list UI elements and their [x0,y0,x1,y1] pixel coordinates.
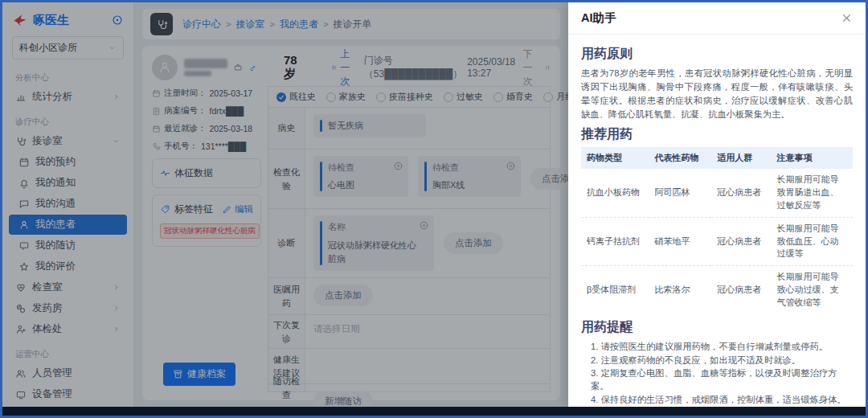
gender-male-icon: ♂ [248,62,256,74]
calendar-icon [152,125,161,133]
vitals-card[interactable]: 体征数据 [152,158,261,188]
avatar [152,55,178,80]
breadcrumb-link[interactable]: 接诊室 [235,18,264,31]
section-clinic: 诊疗中心 [15,117,121,128]
tab-allergy-history[interactable]: 过敏史 [444,91,483,103]
tab-past-history[interactable]: 既往史 [276,91,316,103]
chat-square-icon [18,240,30,252]
clinic-select[interactable]: 科创小区诊所 [12,36,124,59]
bell-icon [18,178,30,189]
check-icon [278,94,285,100]
window-frame: 啄医生 科创小区诊所 分析中心 统计分析 诊疗中心 接诊室 [0,0,868,418]
table-row: 钙离子拮抗剂 硝苯地平 冠心病患者 长期服用可能导致低血压、心动过缓等 [581,217,853,266]
sidebar: 啄医生 科创小区诊所 分析中心 统计分析 诊疗中心 接诊室 [2,2,134,407]
list-item: 3. 定期复查心电图、血脂、血糖等指标，以便及时调整治疗方案。 [591,367,853,393]
last-visit-date: 最近就诊：2025-03-18 [152,123,261,134]
recommended-drugs-heading: 推荐用药 [581,126,853,143]
breadcrumb-link[interactable]: 我的患者 [280,18,318,31]
sidebar-item-my-patients[interactable]: 我的患者 [9,215,127,235]
health-archive-button[interactable]: 健康档案 [163,363,235,386]
sidebar-item-appointments[interactable]: 我的预约 [9,152,127,172]
tab-vaccination-history[interactable]: 疫苗接种史 [376,91,433,103]
document-icon [152,107,161,116]
sidebar-item-physical-exam[interactable]: 体检处 [9,319,127,339]
visit-navigator: 上一次 门诊号（53██████████） 2025/03/18 13:27 下… [331,47,551,88]
recommended-drugs-table: 药物类型 代表性药物 适用人群 注意事项 抗血小板药物 阿司匹林 冠心病患者 长… [581,147,853,314]
ai-panel-title: AI助手 [581,10,616,26]
bird-logo-icon [12,12,28,28]
visit-time: 2025/03/18 13:27 [467,56,518,79]
sidebar-item-communication[interactable]: 我的沟通 [9,194,127,214]
sidebar-item-stats[interactable]: 统计分析 [9,87,127,107]
exam-card-xray: 待检查 胸部X线 [418,156,521,197]
diagnosis-card: 名称 冠状动脉粥样硬化性心脏病 [313,215,434,271]
person-icon [158,60,172,75]
body-check-icon [15,324,27,335]
breadcrumb: 诊疗中心 > 接诊室 > 我的患者 > 接诊开单 [182,18,371,31]
remove-icon[interactable] [393,161,403,171]
person-icon [18,219,30,231]
reception-shortcut-button[interactable] [150,13,173,35]
users-icon [15,368,27,379]
table-row: 抗血小板药物 阿司匹林 冠心病患者 长期服用可能导致胃肠道出血、过敏反应等 [581,169,853,217]
device-icon [15,389,27,400]
list-item: 2. 注意观察药物的不良反应，如出现不适及时就诊。 [591,354,853,367]
sidebar-item-followup[interactable]: 我的随访 [9,236,127,256]
breadcrumb-bar: 诊疗中心 > 接诊室 > 我的患者 > 接诊开单 [142,9,560,39]
tab-family-history[interactable]: 家族史 [326,91,366,103]
medication-reminder-list: 1. 请按照医生的建议服用药物，不要自行增减剂量或停药。 2. 注意观察药物的不… [581,340,853,406]
sidebar-item-reviews[interactable]: 我的评价 [9,256,127,277]
close-icon[interactable] [841,12,853,24]
chevron-right-icon [112,304,121,313]
ai-assistant-panel: AI助手 用药原则 患者为78岁的老年男性，患有冠状动脉粥样硬化性心脏病，无明显… [568,2,866,407]
sidebar-item-notifications[interactable]: 我的通知 [9,173,127,193]
arrow-bar-right-icon [544,63,551,72]
tag-icon [160,204,170,215]
arrow-bar-left-icon [331,63,338,72]
briefcase-icon [234,62,242,73]
sidebar-item-device-mgmt[interactable]: 设备管理 [9,384,127,404]
add-diagnosis-button[interactable]: 点击添加 [444,232,503,254]
row-diagnosis: 诊断 名称 冠状动脉粥样硬化性心脏病 [268,209,550,278]
pencil-icon [222,204,232,215]
phone-number: 手机号：131****███ [152,141,261,152]
new-followup-button[interactable]: 新增随访 [313,391,373,407]
lifestyle-advice-input[interactable] [305,349,550,383]
chevron-right-icon [112,283,121,292]
history-card: 暂无疾病 [313,114,426,137]
tab-marital-history[interactable]: 婚育史 [493,91,533,103]
diagnosis-tag: 冠状动脉粥样硬化性心脏病 [160,223,260,239]
visit-number: 门诊号（53██████████） [364,54,462,81]
chart-icon [15,92,27,103]
window-bottom-bar [2,407,866,416]
chat-icon [18,199,30,210]
ai-panel-body: 用药原则 患者为78岁的老年男性，患有冠状动脉粥样硬化性心脏病，无明显诱因下出现… [568,35,866,407]
remove-icon[interactable] [419,220,429,231]
row-next-visit: 下次复诊 请选择日期 [268,315,550,349]
tags-card: 标签特征 编辑 冠状动脉粥样硬化性心脏病 [152,195,261,247]
add-medication-button[interactable]: 点击添加 [313,285,373,306]
sidebar-item-staff-mgmt[interactable]: 人员管理 [9,363,127,383]
archive-icon [173,369,183,379]
remove-icon[interactable] [506,161,516,171]
chevron-down-icon [108,43,117,52]
stethoscope-icon [156,18,168,31]
date-picker-input[interactable]: 请选择日期 [313,322,360,335]
patient-info-panel: 注册时间：2025-03-17 病案编号：fdrtx███ 最近就诊：2025-… [152,86,261,392]
patient-age: 78岁 [284,53,302,82]
exam-card-ecg: 待检查 心电图 [313,156,408,197]
sidebar-item-pharmacy[interactable]: 发药房 [9,298,127,318]
medication-reminder-heading: 用药提醒 [581,319,853,336]
prev-visit-button[interactable]: 上一次 [331,47,359,88]
main-content: 诊疗中心 > 接诊室 > 我的患者 > 接诊开单 [134,2,568,407]
calendar-icon [18,157,30,168]
sidebar-menu: 分析中心 统计分析 诊疗中心 接诊室 我的预约 [2,63,133,404]
patient-card: ♂ 78岁 上一次 门诊号（53██████████） 2025/03/18 1… [142,46,560,400]
collapse-sidebar-icon[interactable] [111,14,124,27]
sidebar-item-reception[interactable]: 接诊室 [9,131,127,151]
app-title: 啄医生 [33,13,106,28]
breadcrumb-link[interactable]: 诊疗中心 [182,18,221,31]
next-visit-button[interactable]: 下一次 [522,47,551,88]
sidebar-item-exam-room[interactable]: 检查室 [9,277,127,297]
edit-tags-button[interactable]: 编辑 [222,203,253,215]
